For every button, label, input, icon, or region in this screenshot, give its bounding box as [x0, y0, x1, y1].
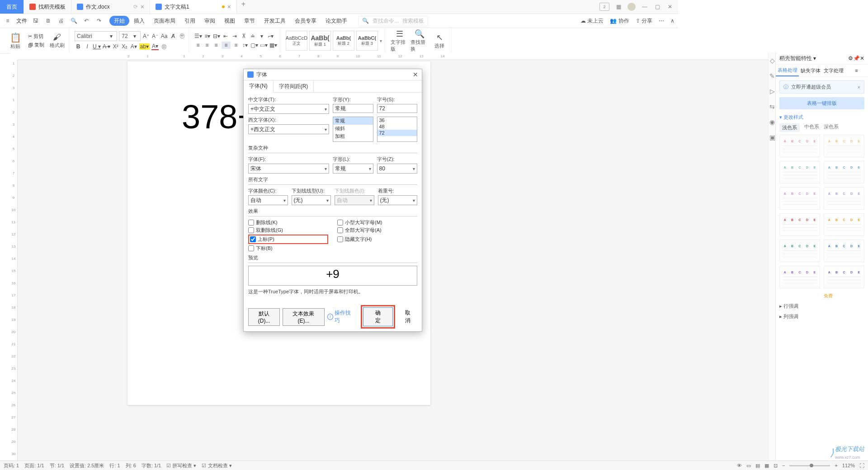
saveas-icon[interactable]: 🗎	[44, 17, 52, 25]
ribbon-tab-layout[interactable]: 页面布局	[149, 14, 180, 28]
indent-inc-icon[interactable]: ⇥	[231, 33, 238, 39]
effect-subscript[interactable]: 下标(B)	[248, 245, 328, 252]
copy-button[interactable]: 🗐 复制	[26, 41, 46, 49]
restore-icon[interactable]: ⟳	[133, 4, 138, 10]
tabstop-icon[interactable]: ⌐▾	[267, 33, 274, 39]
styles-more-icon[interactable]: ▾	[380, 38, 382, 43]
ribbon-tab-insert[interactable]: 插入	[129, 14, 149, 28]
cn-font-select[interactable]: +中文正文▾	[248, 104, 329, 114]
shrink-font-icon[interactable]: A⁻	[151, 33, 159, 39]
style-normal[interactable]: AaBbCcD正文	[286, 31, 307, 51]
font-name-select[interactable]: Calibri▾	[75, 31, 117, 41]
close-icon[interactable]: ×	[141, 3, 144, 10]
align-left-icon[interactable]: ≡	[194, 42, 202, 48]
save-icon[interactable]: 🖫	[32, 17, 40, 25]
border3-icon[interactable]: ▦▾	[269, 42, 277, 48]
strike-icon[interactable]: A ▾	[103, 43, 110, 50]
collapse-icon[interactable]: ∧	[670, 18, 675, 24]
effect-hidden[interactable]: 隐藏文字(H)	[337, 235, 417, 244]
text-effect-button[interactable]: 文本效果(E)...	[283, 308, 324, 326]
borders-icon[interactable]: ▾	[258, 33, 265, 39]
size-input[interactable]: 72	[377, 104, 418, 113]
tab-templates[interactable]: 找稻壳模板	[24, 0, 71, 14]
font-color-select[interactable]: 自动▾	[248, 195, 288, 205]
dialog-tab-font[interactable]: 字体(N)	[244, 80, 274, 93]
sort-icon[interactable]: ⊼	[240, 33, 247, 39]
highlight-icon[interactable]: ab▾	[139, 43, 150, 50]
close-dialog-icon[interactable]: ✕	[413, 71, 418, 78]
cut-button[interactable]: ✂ 剪切	[26, 33, 46, 40]
command-search[interactable]: 🔍 查找命令... 搜索模板	[358, 16, 428, 26]
menu-icon[interactable]: ≡	[4, 17, 12, 25]
complex-style-select[interactable]: 常规▾	[333, 164, 373, 174]
phonetic-icon[interactable]: ㊥	[179, 32, 186, 40]
shading-icon[interactable]: ▢▾	[250, 42, 258, 48]
align-center-icon[interactable]: ≡	[203, 42, 211, 48]
italic-icon[interactable]: I	[84, 43, 91, 50]
superscript-icon[interactable]: X²	[112, 43, 119, 50]
style-listbox[interactable]: 常规 倾斜 加粗	[333, 117, 373, 142]
undo-icon[interactable]: ↶	[82, 17, 90, 25]
ribbon-tab-ref[interactable]: 引用	[180, 14, 200, 28]
font-color-icon[interactable]: A▾	[151, 43, 159, 50]
indent-dec-icon[interactable]: ⇤	[222, 33, 229, 39]
maximize-icon[interactable]: ▢	[654, 3, 661, 10]
paste-button[interactable]: 📋粘贴	[6, 32, 24, 50]
dialog-tab-spacing[interactable]: 字符间距(R)	[274, 80, 314, 92]
text-layout-button[interactable]: ☰文字排版	[391, 29, 409, 52]
border2-icon[interactable]: ▭▾	[260, 42, 268, 48]
line-spacing-icon[interactable]: ↕▾	[241, 42, 249, 48]
avatar-icon[interactable]	[627, 3, 636, 11]
close-window-icon[interactable]: ✕	[666, 3, 674, 10]
en-font-select[interactable]: +西文正文▾	[248, 124, 329, 134]
style-input[interactable]: 常规	[333, 104, 373, 113]
emphasis-select[interactable]: (无)▾	[378, 195, 418, 205]
underline-icon[interactable]: U ▾	[93, 43, 101, 50]
ruler-toggle-icon[interactable]: ≐	[249, 33, 256, 39]
more-icon[interactable]: ⋯	[659, 18, 664, 24]
ok-button[interactable]: 确定	[363, 307, 393, 326]
tab-home[interactable]: 首页	[0, 0, 24, 14]
effect-smallcaps[interactable]: 小型大写字母(M)	[337, 219, 417, 226]
align-justify-icon[interactable]: ≡	[222, 42, 231, 49]
style-h3[interactable]: AaBbC(标题 3	[356, 31, 378, 51]
select-button[interactable]: ↖选择	[430, 33, 448, 49]
bullets-icon[interactable]: ☰▾	[194, 33, 202, 39]
ruler-horizontal[interactable]: 211234567891011121314	[10, 52, 678, 60]
style-h1[interactable]: AaBb(标题 1	[309, 31, 331, 51]
multilevel-icon[interactable]: ⊟▾	[213, 33, 220, 39]
coop-button[interactable]: 👥 协作	[610, 17, 629, 25]
ribbon-tab-section[interactable]: 章节	[240, 14, 259, 28]
change-case-icon[interactable]: Aa	[160, 33, 168, 39]
style-h2[interactable]: AaBb(标题 2	[333, 31, 354, 51]
redo-icon[interactable]: ↷	[95, 17, 103, 25]
ruler-vertical[interactable]: 1231234567891011121314151617181920212223…	[10, 60, 18, 367]
styles-gallery[interactable]: AaBbCcD正文 AaBb(标题 1 AaBb(标题 2 AaBbC(标题 3…	[283, 28, 385, 53]
cloud-status[interactable]: ☁ 未上云	[580, 17, 604, 25]
new-tab-button[interactable]: +	[237, 0, 250, 14]
effect-superscript[interactable]: 上标(P)	[250, 236, 274, 243]
ribbon-tab-review[interactable]: 审阅	[200, 14, 220, 28]
distribute-icon[interactable]: ≡	[232, 42, 240, 48]
tab-doc2[interactable]: 文字文稿1×	[150, 0, 237, 14]
format-painter-button[interactable]: 🖌格式刷	[48, 33, 66, 49]
size-listbox[interactable]: 36 48 72	[377, 117, 418, 142]
print-icon[interactable]: 🖨	[57, 17, 65, 25]
tips-link[interactable]: !操作技巧	[327, 309, 355, 324]
effect-strike[interactable]: 删除线(K)	[248, 219, 328, 226]
font-size-select[interactable]: 72▾	[119, 31, 141, 41]
find-replace-button[interactable]: 🔍查找替换	[410, 29, 429, 52]
clear-format-icon[interactable]: A̸	[170, 33, 177, 39]
align-right-icon[interactable]: ≡	[212, 42, 220, 48]
ribbon-tab-vip[interactable]: 会员专享	[290, 14, 321, 28]
complex-size-select[interactable]: 80▾	[377, 164, 418, 174]
cancel-button[interactable]: 取消	[398, 308, 417, 326]
ribbon-tab-dev[interactable]: 开发工具	[259, 14, 290, 28]
ribbon-tab-view[interactable]: 视图	[220, 14, 240, 28]
subscript-icon[interactable]: X₂	[121, 43, 128, 50]
effect-allcaps[interactable]: 全部大写字母(A)	[337, 227, 417, 234]
numbering-icon[interactable]: ≡▾	[204, 33, 211, 39]
effect-dstrike[interactable]: 双删除线(G)	[248, 227, 328, 234]
ribbon-tab-thesis[interactable]: 论文助手	[321, 14, 352, 28]
apps-icon[interactable]: ▦	[615, 3, 622, 10]
